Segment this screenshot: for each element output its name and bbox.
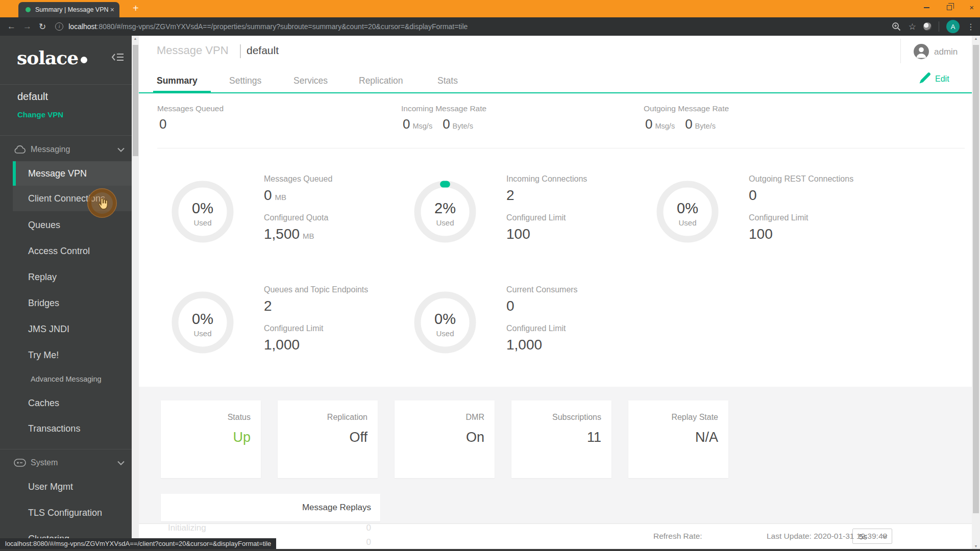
zoom-icon[interactable]: [891, 21, 901, 32]
extension-icon[interactable]: [923, 22, 932, 31]
gauge-detail-current-consumers: Current Consumers 0 Configured Limit 1,0…: [506, 285, 670, 353]
sidebar-item-jms-jndi[interactable]: JMS JNDI: [13, 316, 132, 342]
sidebar-scrollbar[interactable]: ▲: [132, 36, 139, 549]
scrollbar-thumb[interactable]: [133, 45, 138, 156]
edit-button[interactable]: Edit: [935, 74, 949, 84]
gauge-messages-queued: 0% Used: [170, 180, 235, 244]
sidebar-item-queues[interactable]: Queues: [13, 212, 132, 238]
sidebar-item-label: Replay: [28, 272, 57, 283]
outgoing-byte-unit: Byte/s: [695, 122, 716, 130]
sidebar-item-bridges[interactable]: Bridges: [13, 290, 132, 316]
user-icon[interactable]: [913, 43, 929, 62]
replay-row-initializing: Initializing 0: [161, 521, 380, 536]
scroll-up-icon[interactable]: ▲: [132, 37, 139, 40]
outgoing-msg-rate: 0: [645, 116, 652, 132]
status-badge: Up: [161, 430, 251, 445]
browser-menu-icon[interactable]: ⋮: [967, 22, 975, 32]
replay-row-value: 0: [366, 537, 371, 547]
edit-pencil-icon[interactable]: [918, 71, 932, 87]
sidebar-collapse-icon[interactable]: [111, 52, 125, 64]
message-replays-title: Message Replays: [302, 494, 371, 521]
username[interactable]: admin: [934, 47, 958, 57]
chevron-down-icon[interactable]: [117, 461, 125, 465]
sidebar-item-access-control[interactable]: Access Control: [13, 238, 132, 264]
gauge-metric-value: 0: [749, 187, 757, 203]
profile-avatar[interactable]: A: [946, 20, 960, 33]
gauge-metric-value: 2: [264, 298, 272, 314]
gauge-detail-messages-queued: Messages Queued 0MB Configured Quota 1,5…: [264, 174, 427, 242]
gauge-used-label: Used: [413, 218, 477, 227]
scroll-up-icon[interactable]: ▲: [972, 37, 980, 40]
sidebar-item-try-me[interactable]: Try Me!: [13, 342, 132, 368]
page-info-icon[interactable]: i: [55, 22, 63, 31]
sidebar-item-label: Advanced Messaging: [31, 375, 102, 383]
card-value: On: [395, 430, 484, 445]
sidebar-item-user-mgmt[interactable]: User Mgmt: [13, 474, 132, 499]
new-tab-button[interactable]: +: [133, 3, 139, 14]
bookmark-star-icon[interactable]: ☆: [909, 21, 916, 32]
tab-stats[interactable]: Stats: [437, 76, 458, 86]
sidebar-item-tls-configuration[interactable]: TLS Configuration: [13, 500, 132, 525]
sidebar-section-messaging[interactable]: Messaging: [0, 142, 132, 157]
sidebar-item-caches[interactable]: Caches: [13, 390, 132, 416]
sidebar-item-message-vpn[interactable]: Message VPN: [13, 161, 132, 186]
tab-title: Summary | Message VPN: [35, 6, 109, 13]
window-close-button[interactable]: ×: [969, 3, 974, 12]
change-vpn-link[interactable]: Change VPN: [17, 110, 63, 119]
reload-icon[interactable]: ↻: [39, 21, 46, 32]
tab-replication[interactable]: Replication: [359, 76, 403, 86]
tab-services[interactable]: Services: [293, 76, 328, 86]
card-replication: Replication Off: [278, 400, 378, 478]
window-bottom-edge: [0, 549, 980, 551]
gauge-metric-label: Messages Queued: [264, 174, 427, 184]
cloud-icon: [14, 145, 26, 154]
gauge-limit-value: 100: [749, 226, 773, 242]
sidebar-item-label: JMS JNDI: [28, 324, 69, 335]
scrollbar-thumb[interactable]: [973, 45, 979, 513]
url-path: :8080/#/msg-vpns/ZGVmYXVsdA==/properties…: [97, 22, 468, 31]
sidebar-section-system[interactable]: System: [0, 455, 132, 470]
sidebar-item-replay[interactable]: Replay: [13, 264, 132, 290]
gauge-metric-value: 2: [506, 187, 514, 203]
header-divider: [900, 39, 901, 63]
section-label: System: [31, 458, 58, 467]
card-label: Subscriptions: [511, 413, 601, 422]
gauge-metric-label: Current Consumers: [506, 285, 670, 294]
main-scrollbar[interactable]: ▲ ▼: [972, 36, 980, 549]
address-bar[interactable]: localhost:8080/#/msg-vpns/ZGVmYXVsdA==/p…: [68, 22, 468, 31]
gauge-limit-value: 1,000: [264, 337, 300, 353]
browser-tab[interactable]: Summary | Message VPN ×: [18, 2, 119, 17]
sidebar-item-client-connections[interactable]: Client Connections: [13, 186, 132, 211]
window-restore-button[interactable]: [947, 5, 952, 10]
gauge-outgoing-rest-connections: 0% Used: [655, 180, 720, 244]
status-bar-link-preview: localhost:8080/#/msg-vpns/ZGVmYXVsdA==/c…: [0, 538, 276, 549]
last-update-timestamp: Last Update: 2020-01-31 19:39:48: [767, 532, 887, 541]
tab-summary[interactable]: Summary: [157, 76, 198, 86]
favicon-icon: [26, 7, 31, 12]
sidebar-item-label: Queues: [28, 220, 60, 231]
active-tab-indicator: [153, 91, 211, 93]
sidebar-item-label: User Mgmt: [28, 482, 73, 492]
window-minimize-button[interactable]: [924, 7, 929, 8]
gauge-detail-queues-topic-endpoints: Queues and Topic Endpoints 2 Configured …: [264, 285, 427, 353]
browser-titlebar: Summary | Message VPN × + ×: [0, 0, 980, 17]
tab-close-icon[interactable]: ×: [110, 6, 114, 13]
browser-window: Summary | Message VPN × + × ← → ↻ i loca…: [0, 0, 980, 551]
forward-icon[interactable]: →: [23, 21, 32, 32]
card-status: Status Up: [161, 400, 261, 478]
sidebar-item-label: Caches: [28, 398, 59, 409]
scroll-down-icon[interactable]: ▼: [972, 544, 980, 548]
gauge-limit-label: Configured Limit: [506, 213, 670, 222]
gauge-limit-label: Configured Quota: [264, 213, 427, 222]
breadcrumb: Message VPN: [157, 44, 229, 57]
gauge-metric-label: Incoming Connections: [506, 174, 670, 184]
replay-row-label: Initializing: [168, 523, 206, 533]
sidebar-item-transactions[interactable]: Transactions: [13, 416, 132, 441]
chevron-down-icon[interactable]: [117, 147, 125, 152]
back-icon[interactable]: ←: [7, 21, 16, 32]
tab-settings[interactable]: Settings: [229, 76, 261, 86]
sidebar-item-advanced-messaging[interactable]: Advanced Messaging: [13, 368, 132, 390]
sidebar-item-label: TLS Configuration: [28, 508, 102, 518]
sidebar-item-label: Message VPN: [28, 168, 87, 179]
gauge-limit-unit: MB: [303, 232, 314, 240]
